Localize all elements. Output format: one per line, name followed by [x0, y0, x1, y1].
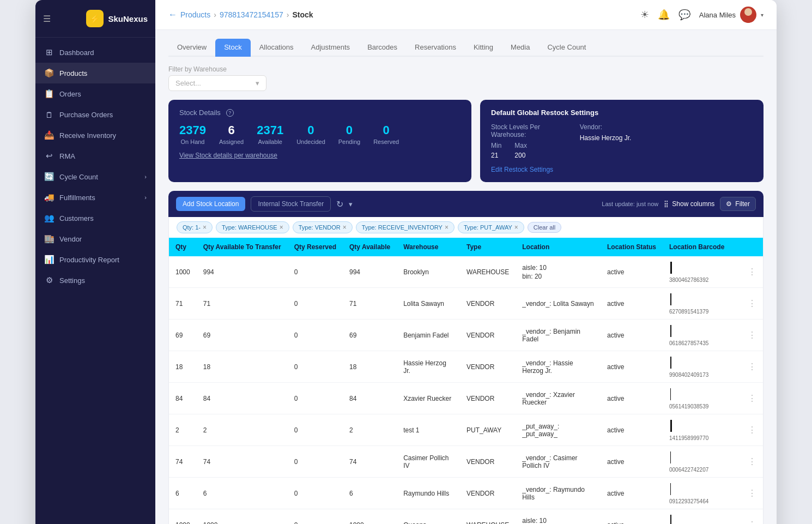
sidebar-item-fulfillments[interactable]: 🚚 Fulfillments ›: [35, 187, 155, 208]
cell-warehouse: Queens: [397, 509, 460, 525]
chevron-right-icon: ›: [144, 194, 147, 201]
row-actions-button[interactable]: ⋮: [741, 256, 763, 288]
row-actions-button[interactable]: ⋮: [741, 478, 763, 509]
chat-icon[interactable]: 💬: [678, 9, 690, 21]
stats-row: Stock Details ? 2379 On Hand 6 Assigned: [168, 100, 763, 182]
cell-status: active: [601, 320, 663, 351]
remove-tag-vendor[interactable]: ×: [343, 224, 347, 231]
sidebar-item-customers[interactable]: 👥 Customers: [35, 208, 155, 228]
tab-stock[interactable]: Stock: [215, 39, 251, 57]
cell-qty-transfer: 6: [197, 478, 288, 509]
cell-location: _vendor_: Casimer Pollich IV: [516, 446, 601, 478]
row-actions-button[interactable]: ⋮: [741, 414, 763, 446]
tab-cycle-count[interactable]: Cycle Count: [538, 39, 595, 57]
sidebar-item-dashboard[interactable]: ⊞ Dashboard: [35, 42, 155, 63]
cell-qty-avail: 1000: [343, 509, 397, 525]
stock-details-link[interactable]: View Stock details per warehouse: [179, 152, 460, 159]
row-actions-button[interactable]: ⋮: [741, 351, 763, 383]
stat-on-hand: 2379 On Hand: [179, 123, 206, 145]
row-actions-button[interactable]: ⋮: [741, 446, 763, 478]
cell-qty-reserved: 0: [288, 320, 343, 351]
edit-restock-link[interactable]: Edit Restock Settings: [491, 166, 553, 173]
tab-reservations[interactable]: Reservations: [406, 39, 465, 57]
cell-status: active: [601, 478, 663, 509]
barcode-cell: 0912293275464: [663, 478, 741, 509]
pending-num: 0: [338, 123, 360, 137]
user-menu[interactable]: Alana Miles ▾: [699, 7, 763, 23]
reserved-label: Reserved: [373, 138, 399, 145]
remove-tag-put-away[interactable]: ×: [514, 224, 518, 231]
on-hand-num: 2379: [179, 123, 206, 137]
row-actions-button[interactable]: ⋮: [741, 320, 763, 351]
stat-reserved: 0 Reserved: [373, 123, 399, 145]
show-columns-button[interactable]: ⣿ Show columns: [664, 200, 714, 208]
cell-qty: 1000: [169, 256, 197, 288]
sidebar-item-purchase-orders[interactable]: 🗒 Purchase Orders: [35, 104, 155, 125]
add-stock-location-button[interactable]: Add Stock Location: [176, 197, 245, 211]
sidebar-item-orders[interactable]: 📋 Orders: [35, 83, 155, 104]
sidebar-item-products[interactable]: 📦 Products: [35, 63, 155, 83]
remove-tag-receive-inventory[interactable]: ×: [445, 224, 449, 231]
cell-qty: 6: [169, 478, 197, 509]
sidebar-item-label: Fulfillments: [59, 194, 95, 202]
filter-label: Filter by Warehouse: [168, 65, 763, 73]
warehouse-select[interactable]: Select... ▾: [168, 75, 266, 91]
breadcrumb-sku[interactable]: 978813472154157: [220, 10, 283, 19]
back-icon[interactable]: ←: [168, 10, 177, 20]
sidebar-item-rma[interactable]: ↩ RMA: [35, 146, 155, 166]
cell-warehouse: Benjamin Fadel: [397, 320, 460, 351]
receive-inventory-icon: 📥: [44, 130, 54, 140]
filter-button[interactable]: ⚙ Filter: [720, 197, 756, 211]
remove-tag-qty[interactable]: ×: [203, 224, 207, 231]
sidebar: ☰ ⚡ SkuNexus ⊞ Dashboard 📦 Products 📋 Or…: [35, 0, 155, 524]
cell-qty-reserved: 0: [288, 478, 343, 509]
bell-icon[interactable]: 🔔: [658, 9, 670, 21]
sidebar-item-cycle-count[interactable]: 🔄 Cycle Count ›: [35, 166, 155, 187]
tab-overview[interactable]: Overview: [168, 39, 215, 57]
clear-all-button[interactable]: Clear all: [528, 222, 561, 233]
row-actions-button[interactable]: ⋮: [741, 288, 763, 320]
breadcrumb-products[interactable]: Products: [180, 10, 210, 19]
stock-details-card: Stock Details ? 2379 On Hand 6 Assigned: [168, 100, 471, 182]
table-row: 74 74 0 74 Casimer Pollich IV VENDOR _ve…: [169, 446, 763, 478]
tag-label: Type: VENDOR: [299, 224, 341, 231]
orders-icon: 📋: [44, 89, 54, 99]
sidebar-item-productivity-report[interactable]: 📊 Productivity Report: [35, 249, 155, 270]
tab-barcodes[interactable]: Barcodes: [359, 39, 406, 57]
tab-kitting[interactable]: Kitting: [465, 39, 502, 57]
cell-status: active: [601, 288, 663, 320]
tab-allocations[interactable]: Allocations: [251, 39, 302, 57]
sidebar-item-label: Cycle Count: [59, 173, 98, 181]
row-actions-button[interactable]: ⋮: [741, 383, 763, 414]
row-actions-button[interactable]: ⋮: [741, 509, 763, 525]
chevron-down-icon[interactable]: ▾: [349, 200, 353, 208]
cell-type: VENDOR: [460, 383, 516, 414]
sidebar-item-label: Products: [59, 69, 87, 77]
levels-label: Stock Levels Per Warehouse:: [491, 123, 575, 138]
tab-adjustments[interactable]: Adjustments: [302, 39, 359, 57]
barcode-cell: 5697083409254: [663, 509, 741, 525]
sidebar-item-label: Orders: [59, 90, 81, 98]
sidebar-item-settings[interactable]: ⚙ Settings: [35, 270, 155, 291]
refresh-button[interactable]: ↻: [336, 199, 343, 209]
col-barcode: Location Barcode: [663, 238, 741, 256]
cell-qty-transfer: 71: [197, 288, 288, 320]
svg-rect-7: [670, 420, 672, 432]
stock-table: Qty Qty Available To Transfer Qty Reserv…: [169, 238, 763, 524]
tab-media[interactable]: Media: [502, 39, 538, 57]
sidebar-item-receive-inventory[interactable]: 📥 Receive Inventory: [35, 125, 155, 146]
purchase-orders-icon: 🗒: [44, 110, 54, 119]
menu-toggle-icon[interactable]: ☰: [43, 14, 51, 24]
table-row: 84 84 0 84 Xzavier Ruecker VENDOR _vendo…: [169, 383, 763, 414]
stat-available: 2371 Available: [257, 123, 283, 145]
min-col: Min 21: [491, 142, 501, 159]
sidebar-header: ☰ ⚡ SkuNexus: [35, 0, 155, 38]
main-content: ← Products › 978813472154157 › Stock ☀ 🔔…: [155, 0, 777, 524]
info-icon[interactable]: ?: [226, 109, 234, 117]
vendor-icon: 🏬: [44, 234, 54, 244]
internal-transfer-button[interactable]: Internal Stock Transfer: [251, 196, 331, 212]
cell-qty-reserved: 0: [288, 383, 343, 414]
sun-icon[interactable]: ☀: [640, 9, 649, 21]
sidebar-item-vendor[interactable]: 🏬 Vendor: [35, 228, 155, 249]
remove-tag-warehouse[interactable]: ×: [280, 224, 283, 231]
